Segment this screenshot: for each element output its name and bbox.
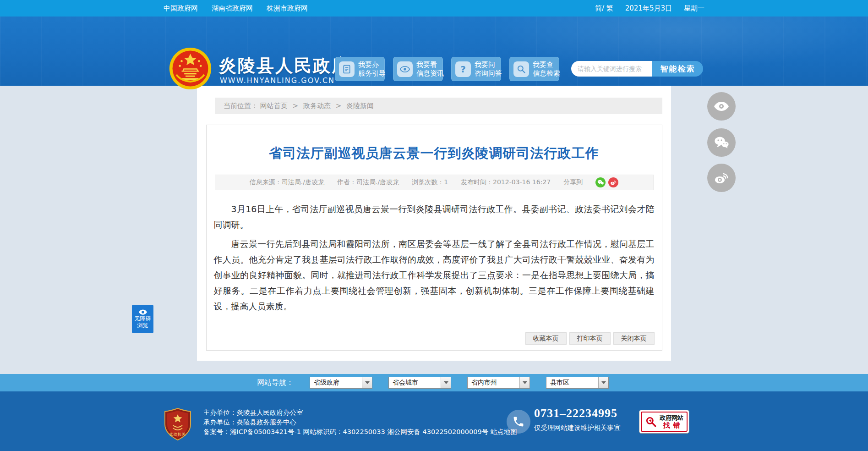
breadcrumb-separator: >	[336, 102, 342, 110]
article-actions: 收藏本页 打印本页 关闭本页	[525, 332, 655, 345]
quick-button-view[interactable]: 我要看 信息资讯	[393, 57, 443, 81]
nav-select-value: 省内市州	[471, 379, 497, 387]
eye-icon	[397, 61, 413, 77]
breadcrumb-separator: >	[293, 102, 299, 110]
nav-select-value: 省级政府	[314, 379, 339, 387]
chevron-down-icon	[362, 377, 372, 388]
article-container: 省司法厅副巡视员唐云景一行到炎陵调研司法行政工作 信息来源：司法局./唐凌龙 作…	[206, 125, 662, 351]
wechat-share-icon[interactable]	[595, 177, 606, 187]
weibo-icon	[714, 171, 729, 184]
share-icons	[595, 177, 618, 187]
chevron-down-icon	[519, 377, 530, 388]
government-article-page: { "topbar": { "links": ["中国政府网", "湖南省政府网…	[0, 0, 868, 451]
favorite-page-button[interactable]: 收藏本页	[525, 332, 567, 345]
meta-publish-time: 发布时间：2012-03-16 16:27	[461, 178, 551, 187]
site-search: 智能检索	[571, 61, 703, 77]
nav-select-provincial-gov[interactable]: 省级政府	[310, 377, 372, 389]
site-nav-label: 网站导航：	[257, 378, 294, 388]
nav-select-capital-cities[interactable]: 省会城市	[388, 377, 451, 389]
footer-phone-note: 仅受理网站建设维护相关事宜	[534, 424, 621, 432]
party-shield-icon: 党政机关	[164, 408, 191, 441]
national-emblem-logo	[169, 47, 212, 90]
search-input[interactable]	[571, 61, 652, 77]
weibo-share-icon[interactable]	[608, 177, 618, 187]
content-column: 当前位置： 网站首页 > 政务动态 > 炎陵新闻 省司法厅副巡视员唐云景一行到炎…	[197, 86, 671, 361]
footer-icp-line[interactable]: 备案号：湘ICP备05003421号-1 网站标识码：4302250033 湘公…	[203, 427, 517, 437]
chevron-down-icon	[441, 377, 451, 388]
breadcrumb-section[interactable]: 政务动态	[303, 102, 331, 110]
quick-button-label: 我要查 信息检索	[533, 60, 560, 78]
breadcrumb: 当前位置： 网站首页 > 政务动态 > 炎陵新闻	[215, 98, 662, 114]
breadcrumb-current[interactable]: 炎陵新闻	[346, 102, 374, 110]
site-url: WWW.HNYANLING.GOV.CN	[220, 76, 335, 85]
side-eye-button[interactable]	[707, 92, 736, 121]
nav-select-value: 县市区	[550, 379, 569, 387]
current-weekday: 星期一	[684, 4, 704, 13]
meta-author: 作者：司法局./唐凌龙	[337, 178, 399, 187]
topbar-right: 简/ 繁 2021年5月3日 星期一	[595, 4, 704, 13]
site-footer: 党政机关 主办单位：炎陵县人民政府办公室 承办单位：炎陵县政务服务中心 备案号：…	[0, 391, 868, 451]
article-meta-bar: 信息来源：司法局./唐凌龙 作者：司法局./唐凌龙 浏览次数：1 发布时间：20…	[215, 175, 654, 190]
wechat-icon	[714, 136, 729, 149]
quick-service-buttons: 我要办 服务引导 我要看 信息资讯 ? 我要问 咨询问答	[335, 57, 559, 81]
nav-select-value: 省会城市	[393, 379, 418, 387]
link-hunan-gov[interactable]: 湖南省政府网	[212, 4, 253, 13]
footer-phone-number: 0731–22234995	[534, 407, 617, 420]
site-title: 炎陵县人民政府	[219, 54, 350, 77]
site-header: 炎陵县人民政府 WWW.HNYANLING.GOV.CN 我要办 服务引导 我要…	[0, 16, 868, 86]
link-zhuzhou-gov[interactable]: 株洲市政府网	[267, 4, 308, 13]
smart-search-button[interactable]: 智能检索	[652, 61, 703, 77]
footer-organizer-line: 承办单位：炎陵县政务服务中心	[203, 418, 517, 427]
top-utility-bar: 中国政府网 湖南省政府网 株洲市政府网 简/ 繁 2021年5月3日 星期一	[0, 0, 868, 16]
close-page-button[interactable]: 关闭本页	[613, 332, 655, 345]
meta-source: 信息来源：司法局./唐凌龙	[250, 178, 324, 187]
party-shield-label: 党政机关	[164, 432, 191, 437]
footer-info: 主办单位：炎陵县人民政府办公室 承办单位：炎陵县政务服务中心 备案号：湘ICP备…	[203, 408, 517, 437]
print-page-button[interactable]: 打印本页	[569, 332, 611, 345]
eye-icon	[714, 101, 729, 111]
quick-button-label: 我要看 信息资讯	[416, 60, 444, 78]
meta-views: 浏览次数：1	[412, 178, 448, 187]
side-weibo-button[interactable]	[707, 164, 736, 192]
nav-select-county-districts[interactable]: 县市区	[546, 377, 609, 389]
guide-doc-icon	[339, 61, 355, 77]
share-label: 分享到	[563, 178, 583, 187]
magnifier-icon	[513, 61, 529, 77]
question-icon: ?	[455, 61, 471, 77]
gov-links: 中国政府网 湖南省政府网 株洲市政府网	[164, 4, 308, 13]
breadcrumb-home[interactable]: 网站首页	[260, 102, 288, 110]
error-badge-line1: 政府网站	[660, 414, 683, 422]
accessibility-browse-button[interactable]: 无障碍 浏览	[132, 305, 153, 333]
current-date: 2021年5月3日	[625, 4, 672, 13]
article-paragraph: 3月16日上午，省司法厅副巡视员唐云景一行到炎陵县调研司法行政工作。县委副书记、…	[214, 201, 655, 232]
side-wechat-button[interactable]	[707, 128, 736, 157]
error-badge-line2: 找错	[660, 422, 683, 429]
breadcrumb-label: 当前位置：	[224, 102, 258, 110]
quick-button-search[interactable]: 我要查 信息检索	[509, 57, 559, 81]
magnifier-icon	[645, 416, 657, 428]
link-china-gov[interactable]: 中国政府网	[164, 4, 198, 13]
article-body: 3月16日上午，省司法厅副巡视员唐云景一行到炎陵县调研司法行政工作。县委副书记、…	[207, 190, 662, 314]
gov-site-error-report-badge[interactable]: 政府网站 找错	[639, 410, 689, 434]
eye-icon	[139, 309, 147, 315]
accessibility-label-line1: 无障碍	[135, 315, 151, 322]
site-nav-strip: 网站导航： 省级政府 省会城市 省内市州 县市区	[0, 374, 868, 391]
article-paragraph: 唐云景一行先后到县司法局和霞阳司法所，南区居委会等基层一线了解了全县司法行政工作…	[214, 236, 655, 314]
lang-toggle[interactable]: 简/ 繁	[595, 4, 613, 13]
quick-button-apply[interactable]: 我要办 服务引导	[335, 57, 385, 81]
footer-host-line: 主办单位：炎陵县人民政府办公室	[203, 408, 517, 418]
quick-button-ask[interactable]: ? 我要问 咨询问答	[451, 57, 501, 81]
quick-button-label: 我要办 服务引导	[358, 60, 386, 78]
article-title: 省司法厅副巡视员唐云景一行到炎陵调研司法行政工作	[207, 144, 662, 163]
chevron-down-icon	[598, 377, 608, 388]
quick-button-label: 我要问 咨询问答	[475, 60, 502, 78]
nav-select-province-cities[interactable]: 省内市州	[467, 377, 530, 389]
main-area: 当前位置： 网站首页 > 政务动态 > 炎陵新闻 省司法厅副巡视员唐云景一行到炎…	[0, 86, 868, 374]
phone-icon	[507, 410, 530, 434]
accessibility-label-line2: 浏览	[137, 322, 148, 329]
